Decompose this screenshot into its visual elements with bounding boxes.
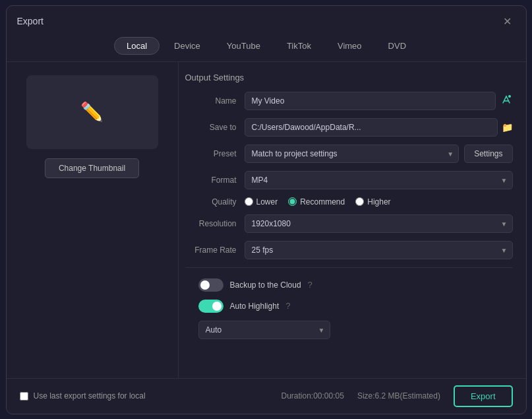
frame-rate-select-wrap: 25 fps 30 fps 60 fps ▼	[245, 241, 513, 259]
format-select-wrap: MP4 MOV AVI ▼	[245, 171, 513, 189]
frame-rate-select[interactable]: 25 fps 30 fps 60 fps	[245, 241, 513, 259]
auto-select-row: Auto ▼	[185, 321, 513, 339]
format-select[interactable]: MP4 MOV AVI	[245, 171, 513, 189]
thumbnail-preview: ✏️	[26, 75, 158, 149]
left-panel: ✏️ Change Thumbnail	[7, 62, 178, 378]
quality-options: Lower Recommend Higher	[245, 197, 391, 207]
quality-recommend-option[interactable]: Recommend	[288, 197, 345, 207]
preset-row: Preset Match to project settings ▼ Setti…	[185, 145, 513, 163]
name-label: Name	[185, 96, 245, 106]
quality-lower-label: Lower	[256, 197, 278, 207]
save-to-input-group: 📁	[245, 118, 513, 137]
close-button[interactable]: ✕	[499, 14, 516, 29]
save-to-input[interactable]	[245, 118, 498, 137]
format-row: Format MP4 MOV AVI ▼	[185, 171, 513, 189]
backup-toggle-slider[interactable]	[198, 278, 223, 292]
settings-button[interactable]: Settings	[464, 145, 512, 163]
footer-left: Use last export settings for local	[20, 391, 146, 401]
backup-label: Backup to the Cloud	[230, 280, 301, 290]
name-input[interactable]	[245, 92, 496, 110]
duration-label: Duration:00:00:05	[281, 391, 343, 401]
quality-lower-radio[interactable]	[245, 197, 253, 206]
quality-lower-option[interactable]: Lower	[245, 197, 278, 207]
tab-tiktok[interactable]: TikTok	[275, 37, 323, 55]
last-settings-checkbox[interactable]	[20, 392, 28, 401]
auto-highlight-label: Auto Highlight	[230, 302, 280, 311]
backup-help-icon[interactable]: ?	[308, 280, 312, 290]
dialog-title: Export	[17, 16, 44, 26]
last-settings-label: Use last export settings for local	[34, 391, 146, 401]
save-to-label: Save to	[185, 123, 245, 132]
toggle-section: Backup to the Cloud ? Auto Highlight ?	[185, 276, 513, 347]
format-label: Format	[185, 176, 245, 185]
svg-point-0	[508, 95, 511, 98]
right-panel: Output Settings Name Save to	[178, 62, 526, 378]
divider	[185, 267, 513, 268]
quality-higher-label: Higher	[367, 197, 390, 207]
export-button[interactable]: Export	[454, 385, 513, 407]
export-dialog: Export ✕ Local Device YouTube TikTok Vim…	[6, 5, 527, 414]
backup-toggle[interactable]	[198, 278, 223, 292]
tab-vimeo[interactable]: Vimeo	[326, 37, 374, 55]
tab-device[interactable]: Device	[162, 37, 212, 55]
content-area: ✏️ Change Thumbnail Output Settings Name	[7, 62, 526, 378]
footer: Use last export settings for local Durat…	[7, 378, 526, 414]
tab-local[interactable]: Local	[114, 37, 160, 55]
backup-toggle-row: Backup to the Cloud ?	[185, 278, 513, 292]
quality-higher-radio[interactable]	[355, 197, 364, 206]
auto-highlight-toggle[interactable]	[198, 300, 223, 313]
quality-recommend-radio[interactable]	[288, 197, 297, 206]
tab-youtube[interactable]: YouTube	[215, 37, 272, 55]
preset-label: Preset	[185, 149, 245, 158]
frame-rate-row: Frame Rate 25 fps 30 fps 60 fps ▼	[185, 241, 513, 259]
save-to-row: Save to 📁	[185, 118, 513, 137]
auto-highlight-help-icon[interactable]: ?	[285, 301, 290, 311]
frame-rate-label: Frame Rate	[185, 245, 245, 255]
ai-name-button[interactable]	[500, 93, 513, 108]
preset-select[interactable]: Match to project settings	[245, 145, 459, 163]
auto-highlight-toggle-slider[interactable]	[198, 300, 223, 313]
edit-icon: ✏️	[80, 101, 103, 123]
auto-highlight-toggle-row: Auto Highlight ?	[185, 300, 513, 313]
resolution-select[interactable]: 1920x1080 1280x720 3840x2160	[245, 214, 513, 233]
name-row: Name	[185, 92, 513, 110]
title-bar: Export ✕	[7, 6, 526, 34]
folder-button[interactable]: 📁	[502, 122, 513, 133]
resolution-row: Resolution 1920x1080 1280x720 3840x2160 …	[185, 214, 513, 233]
change-thumbnail-button[interactable]: Change Thumbnail	[45, 158, 139, 178]
tab-bar: Local Device YouTube TikTok Vimeo DVD	[7, 34, 526, 62]
quality-label: Quality	[185, 197, 245, 207]
resolution-select-wrap: 1920x1080 1280x720 3840x2160 ▼	[245, 214, 513, 233]
resolution-label: Resolution	[185, 219, 245, 228]
auto-select[interactable]: Auto	[198, 321, 330, 339]
quality-row: Quality Lower Recommend Higher	[185, 197, 513, 207]
auto-select-wrap: Auto ▼	[198, 321, 330, 339]
tab-dvd[interactable]: DVD	[376, 37, 418, 55]
section-title: Output Settings	[185, 73, 513, 82]
quality-recommend-label: Recommend	[300, 197, 345, 207]
preset-select-wrap: Match to project settings ▼	[245, 145, 459, 163]
quality-higher-option[interactable]: Higher	[355, 197, 390, 207]
name-input-group	[245, 92, 513, 110]
size-label: Size:6.2 MB(Estimated)	[357, 391, 440, 401]
footer-right: Duration:00:00:05 Size:6.2 MB(Estimated)…	[281, 385, 512, 407]
